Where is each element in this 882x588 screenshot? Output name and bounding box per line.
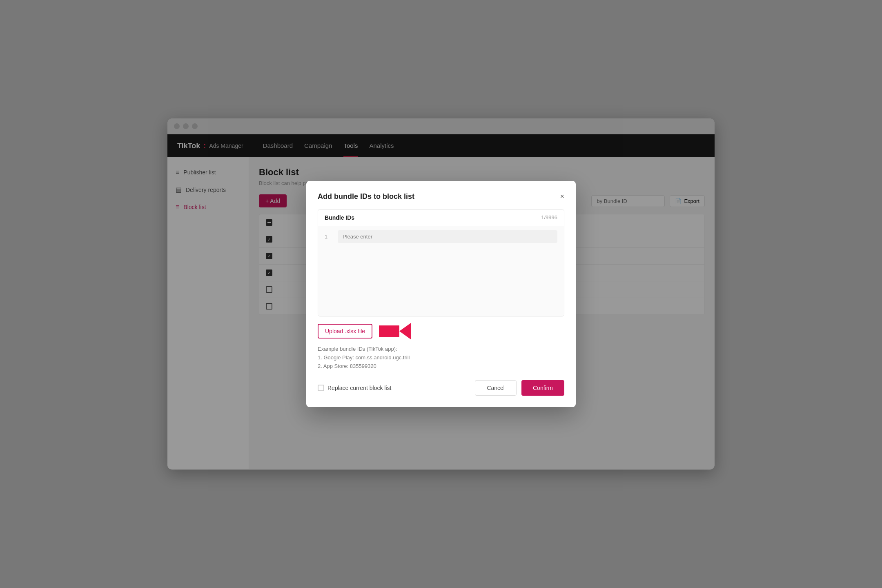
modal-footer: Replace current block list Cancel Confir… [318, 380, 564, 396]
bundle-id-input[interactable] [338, 230, 557, 243]
modal-dialog: Add bundle IDs to block list × Bundle ID… [306, 181, 576, 408]
replace-option: Replace current block list [318, 385, 391, 391]
row-number: 1 [325, 234, 333, 240]
arrow-body [379, 325, 399, 337]
replace-label: Replace current block list [327, 385, 391, 391]
footer-buttons: Cancel Confirm [475, 380, 564, 396]
modal-header: Add bundle IDs to block list × [318, 192, 564, 201]
example-1: 1. Google Play: com.ss.android.ugc.trill [318, 354, 564, 362]
bundle-ids-label: Bundle IDs [325, 214, 354, 221]
modal-close-button[interactable]: × [560, 193, 564, 200]
cancel-button[interactable]: Cancel [475, 380, 517, 396]
modal-title: Add bundle IDs to block list [318, 192, 414, 201]
bundle-ids-section: Bundle IDs 1/9996 1 [318, 209, 564, 316]
upload-section: Upload .xlsx file [318, 323, 564, 339]
arrow-head [399, 323, 411, 339]
example-2: 2. App Store: 835599320 [318, 362, 564, 371]
arrow-indicator [379, 323, 411, 339]
bundle-ids-header: Bundle IDs 1/9996 [318, 209, 564, 226]
modal-overlay: Add bundle IDs to block list × Bundle ID… [0, 0, 882, 588]
bundle-ids-count: 1/9996 [541, 214, 557, 220]
examples-section: Example bundle IDs (TikTok app): 1. Goog… [318, 346, 564, 371]
replace-checkbox[interactable] [318, 385, 324, 391]
upload-xlsx-button[interactable]: Upload .xlsx file [318, 324, 372, 339]
bundle-ids-body: 1 [318, 226, 564, 316]
examples-title: Example bundle IDs (TikTok app): [318, 346, 564, 352]
confirm-button[interactable]: Confirm [521, 380, 564, 396]
bundle-row-1: 1 [318, 226, 564, 247]
